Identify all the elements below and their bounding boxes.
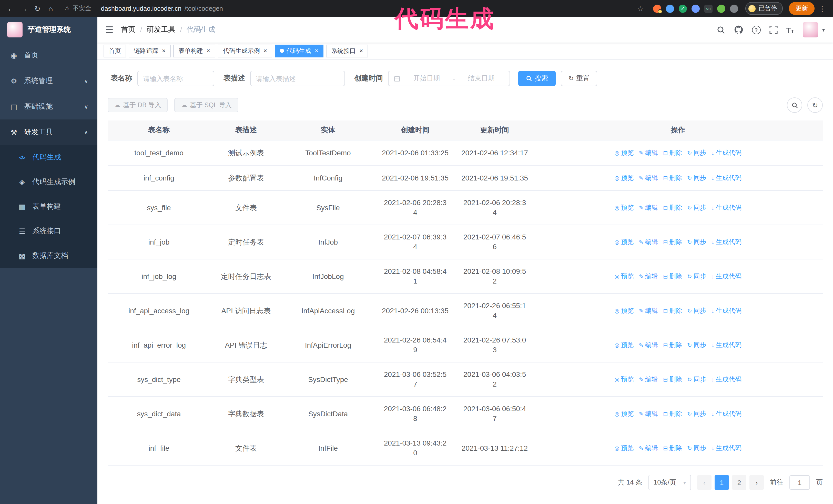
hamburger-icon[interactable]: ☰	[105, 24, 114, 35]
tab-system-api[interactable]: 系统接口×	[326, 44, 368, 57]
row-action-edit[interactable]: ✎编辑	[639, 409, 658, 419]
page-button-2[interactable]: 2	[732, 475, 746, 490]
browser-home-icon[interactable]: ⌂	[45, 3, 56, 14]
row-action-sync[interactable]: ↻同步	[687, 375, 706, 385]
tab-tracing[interactable]: 链路追踪×	[129, 44, 171, 57]
row-action-preview[interactable]: ◎预览	[614, 272, 634, 282]
breadcrumb-devtools[interactable]: 研发工具	[147, 25, 175, 34]
user-avatar[interactable]	[803, 22, 818, 38]
row-action-sync[interactable]: ↻同步	[687, 306, 706, 316]
sidebar-item-system[interactable]: ⚙系统管理∨	[0, 68, 97, 94]
tab-close-icon[interactable]: ×	[315, 48, 318, 54]
tab-close-icon[interactable]: ×	[207, 48, 210, 54]
ext-leaf[interactable]	[717, 4, 725, 13]
sidebar-item-home[interactable]: ◉首页	[0, 43, 97, 68]
goto-page-input[interactable]	[789, 475, 810, 490]
row-action-preview[interactable]: ◎预览	[614, 443, 634, 453]
row-action-edit[interactable]: ✎编辑	[639, 148, 658, 158]
row-action-generate[interactable]: ↓生成代码	[712, 375, 741, 385]
row-action-generate[interactable]: ↓生成代码	[712, 409, 741, 419]
row-action-generate[interactable]: ↓生成代码	[712, 173, 741, 183]
row-action-preview[interactable]: ◎预览	[614, 375, 634, 385]
toggle-search-button[interactable]	[787, 97, 802, 113]
row-action-delete[interactable]: ⊟删除	[663, 148, 682, 158]
row-action-edit[interactable]: ✎编辑	[639, 340, 658, 350]
row-action-edit[interactable]: ✎编辑	[639, 237, 658, 247]
browser-forward-icon[interactable]: →	[19, 3, 30, 14]
row-action-generate[interactable]: ↓生成代码	[712, 203, 741, 213]
row-action-edit[interactable]: ✎编辑	[639, 443, 658, 453]
search-icon[interactable]	[716, 25, 725, 34]
tab-form-builder[interactable]: 表单构建×	[173, 44, 215, 57]
next-page-button[interactable]: ›	[749, 475, 764, 490]
row-action-generate[interactable]: ↓生成代码	[712, 340, 741, 350]
bookmark-star-icon[interactable]: ☆	[635, 3, 646, 14]
row-action-generate[interactable]: ↓生成代码	[712, 237, 741, 247]
help-icon[interactable]: ?	[752, 25, 760, 34]
browser-menu-icon[interactable]: ⋮	[816, 3, 828, 14]
font-size-icon[interactable]: TT	[786, 25, 794, 34]
row-action-generate[interactable]: ↓生成代码	[712, 272, 741, 282]
sidebar-item-codegen[interactable]: </>代码生成	[0, 145, 97, 170]
tab-close-icon[interactable]: ×	[263, 48, 267, 54]
row-action-sync[interactable]: ↻同步	[687, 148, 706, 158]
import-db-button[interactable]: ☁ 基于 DB 导入	[108, 98, 168, 112]
ext-shield-check[interactable]: ✓	[679, 4, 687, 13]
row-action-delete[interactable]: ⊟删除	[663, 306, 682, 316]
browser-update-button[interactable]: 更新	[789, 2, 814, 15]
row-action-preview[interactable]: ◎预览	[614, 203, 634, 213]
row-action-sync[interactable]: ↻同步	[687, 340, 706, 350]
row-action-sync[interactable]: ↻同步	[687, 237, 706, 247]
row-action-preview[interactable]: ◎预览	[614, 237, 634, 247]
tab-home[interactable]: 首页	[103, 44, 126, 57]
row-action-preview[interactable]: ◎预览	[614, 340, 634, 350]
row-action-preview[interactable]: ◎预览	[614, 173, 634, 183]
row-action-edit[interactable]: ✎编辑	[639, 203, 658, 213]
row-action-sync[interactable]: ↻同步	[687, 203, 706, 213]
row-action-sync[interactable]: ↻同步	[687, 409, 706, 419]
sidebar-item-codegen-example[interactable]: ◈代码生成示例	[0, 170, 97, 194]
row-action-preview[interactable]: ◎预览	[614, 409, 634, 419]
sidebar-item-infra[interactable]: ▤基础设施∨	[0, 94, 97, 119]
search-button[interactable]: 搜索	[518, 71, 556, 86]
row-action-delete[interactable]: ⊟删除	[663, 272, 682, 282]
row-action-delete[interactable]: ⊟删除	[663, 173, 682, 183]
table-name-input[interactable]	[137, 71, 214, 86]
row-action-preview[interactable]: ◎预览	[614, 148, 634, 158]
sidebar-item-devtools[interactable]: ⚒研发工具∧	[0, 119, 97, 145]
sidebar-item-system-api[interactable]: ☰系统接口	[0, 219, 97, 243]
tab-close-icon[interactable]: ×	[162, 48, 166, 54]
row-action-delete[interactable]: ⊟删除	[663, 409, 682, 419]
tab-close-icon[interactable]: ×	[359, 48, 363, 54]
fullscreen-icon[interactable]	[769, 26, 777, 34]
reset-button[interactable]: ↻ 重置	[561, 71, 597, 86]
ext-browser-logo[interactable]	[653, 4, 661, 13]
row-action-generate[interactable]: ↓生成代码	[712, 148, 741, 158]
ext-contacts[interactable]	[691, 4, 700, 13]
row-action-edit[interactable]: ✎编辑	[639, 272, 658, 282]
browser-back-icon[interactable]: ←	[5, 3, 17, 14]
create-time-range-picker[interactable]: 开始日期 - 结束日期	[388, 71, 510, 86]
ext-water-drop[interactable]	[666, 4, 674, 13]
row-action-delete[interactable]: ⊟删除	[663, 340, 682, 350]
import-sql-button[interactable]: ☁ 基于 SQL 导入	[174, 98, 238, 112]
tab-codegen-example[interactable]: 代码生成示例×	[218, 44, 272, 57]
sidebar-item-form-builder[interactable]: ▦表单构建	[0, 194, 97, 219]
row-action-sync[interactable]: ↻同步	[687, 173, 706, 183]
browser-reload-icon[interactable]: ↻	[32, 3, 43, 14]
page-size-select[interactable]: 10条/页 ▾	[648, 475, 691, 490]
row-action-generate[interactable]: ↓生成代码	[712, 443, 741, 453]
avatar-caret-icon[interactable]: ▾	[822, 27, 825, 32]
row-action-sync[interactable]: ↻同步	[687, 443, 706, 453]
github-icon[interactable]	[734, 25, 743, 34]
row-action-edit[interactable]: ✎编辑	[639, 306, 658, 316]
address-bar[interactable]: ⚠ 不安全 dashboard.yudao.iocoder.cn/tool/co…	[65, 4, 633, 13]
row-action-generate[interactable]: ↓生成代码	[712, 306, 741, 316]
row-action-sync[interactable]: ↻同步	[687, 272, 706, 282]
row-action-preview[interactable]: ◎预览	[614, 306, 634, 316]
sidebar-item-db-doc[interactable]: ▩数据库文档	[0, 243, 97, 268]
row-action-delete[interactable]: ⊟删除	[663, 443, 682, 453]
table-desc-input[interactable]	[250, 71, 345, 86]
ext-switch-on[interactable]: on	[704, 4, 713, 13]
tab-codegen[interactable]: 代码生成×	[275, 44, 324, 57]
